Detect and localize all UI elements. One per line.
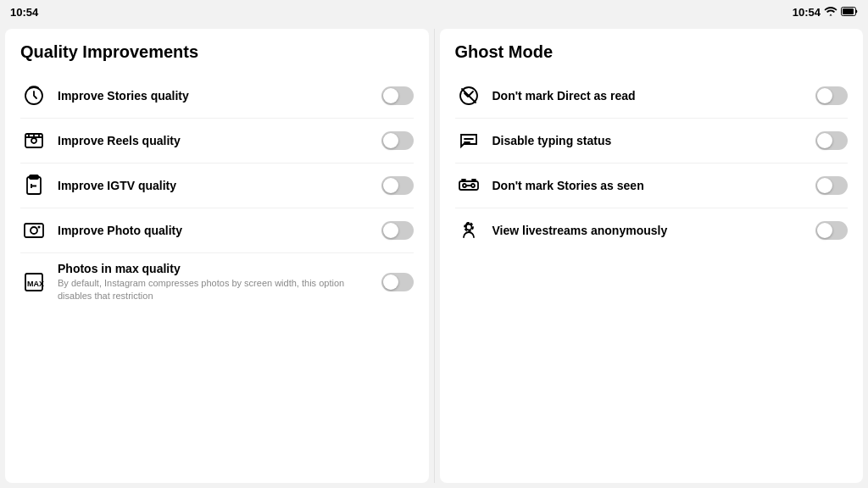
setting-item-igtv: Improve IGTV quality — [20, 164, 414, 208]
wifi-icon — [824, 4, 837, 19]
igtv-text: Improve IGTV quality — [58, 179, 371, 192]
svg-point-23 — [463, 184, 466, 187]
stories-text: Improve Stories quality — [58, 89, 371, 103]
svg-point-15 — [38, 226, 41, 229]
setting-item-maxquality: MAX Photos in max quality By default, In… — [20, 253, 414, 312]
main-content: Quality Improvements Improve Stories qua… — [0, 24, 868, 488]
maxquality-text: Photos in max quality By default, Instag… — [58, 262, 371, 303]
setting-item-typing: Disable typing status — [455, 119, 849, 164]
setting-item-photo: Improve Photo quality — [20, 208, 414, 253]
reels-text: Improve Reels quality — [58, 134, 371, 147]
reels-label: Improve Reels quality — [58, 134, 371, 147]
igtv-label: Improve IGTV quality — [58, 179, 371, 192]
right-time: 10:54 — [793, 6, 821, 19]
left-panel: Quality Improvements Improve Stories qua… — [5, 29, 429, 483]
svg-point-14 — [31, 227, 37, 234]
right-panel: Ghost Mode Don't mark Direct as read — [440, 29, 864, 483]
stories-toggle[interactable] — [381, 86, 414, 105]
reels-toggle[interactable] — [381, 131, 414, 150]
stories-seen-label: Don't mark Stories as seen — [492, 179, 806, 192]
svg-point-4 — [31, 138, 36, 143]
panel-divider — [434, 29, 435, 483]
photo-toggle[interactable] — [381, 221, 414, 240]
direct-text: Don't mark Direct as read — [492, 89, 806, 103]
typing-text: Disable typing status — [492, 134, 806, 147]
direct-icon — [455, 82, 482, 109]
stories-icon — [20, 82, 47, 109]
typing-label: Disable typing status — [492, 134, 806, 147]
maxquality-desc: By default, Instagram compresses photos … — [58, 277, 371, 303]
stories-label: Improve Stories quality — [58, 89, 371, 103]
battery-icon — [841, 4, 858, 19]
photo-icon — [20, 217, 47, 244]
typing-icon — [455, 127, 482, 154]
photo-label: Improve Photo quality — [58, 224, 371, 237]
maxquality-toggle[interactable] — [381, 273, 414, 291]
setting-item-stories-seen: Don't mark Stories as seen — [455, 164, 849, 208]
livestreams-text: View livestreams anonymously — [492, 224, 806, 237]
svg-point-24 — [471, 184, 475, 187]
stories-seen-toggle[interactable] — [815, 176, 848, 195]
livestreams-label: View livestreams anonymously — [492, 224, 806, 237]
reels-icon — [20, 127, 47, 154]
svg-text:MAX: MAX — [27, 280, 44, 288]
direct-toggle[interactable] — [815, 86, 848, 105]
igtv-toggle[interactable] — [381, 176, 414, 195]
direct-label: Don't mark Direct as read — [492, 89, 806, 103]
setting-item-reels: Improve Reels quality — [20, 119, 414, 164]
setting-item-livestreams: View livestreams anonymously — [455, 208, 849, 252]
left-panel-title: Quality Improvements — [20, 42, 414, 62]
status-bar-right: 10:54 — [793, 4, 858, 19]
setting-item-stories: Improve Stories quality — [20, 74, 414, 119]
right-panel-title: Ghost Mode — [455, 42, 849, 62]
typing-toggle[interactable] — [815, 131, 848, 150]
svg-rect-13 — [25, 224, 43, 237]
maxquality-icon: MAX — [20, 269, 47, 296]
stories-seen-icon — [455, 172, 482, 199]
livestreams-toggle[interactable] — [815, 221, 848, 240]
livestreams-icon — [455, 217, 482, 244]
maxquality-label: Photos in max quality — [58, 262, 371, 275]
setting-item-direct: Don't mark Direct as read — [455, 74, 849, 119]
photo-text: Improve Photo quality — [58, 224, 371, 237]
svg-rect-1 — [843, 8, 854, 14]
status-bar-left: 10:54 — [10, 6, 38, 19]
stories-seen-text: Don't mark Stories as seen — [492, 179, 806, 192]
status-bar: 10:54 10:54 — [0, 0, 868, 24]
left-time: 10:54 — [10, 6, 38, 19]
igtv-icon — [20, 172, 47, 199]
